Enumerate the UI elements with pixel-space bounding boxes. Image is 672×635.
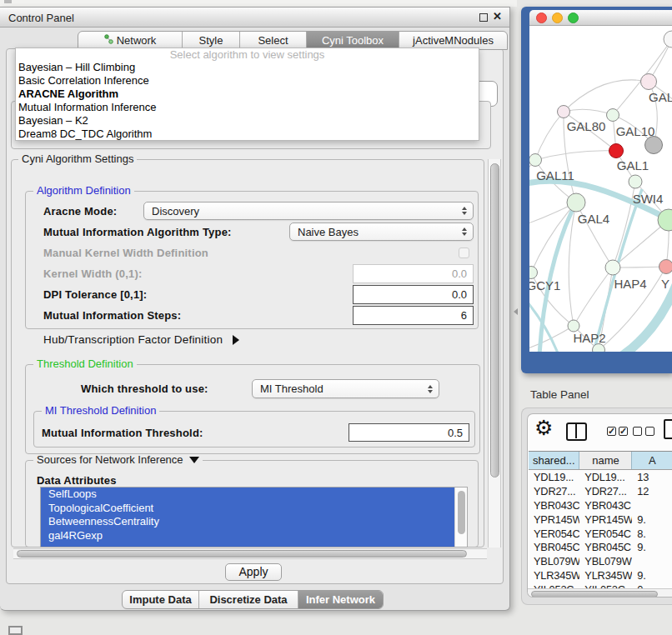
table-row[interactable]: YBR043CYBR043C	[529, 498, 672, 512]
network-node-y[interactable]	[659, 260, 672, 274]
column-header-shared[interactable]: shared...	[529, 452, 579, 469]
column-header-a[interactable]: A	[632, 452, 672, 469]
gear-icon[interactable]: ⚙	[534, 416, 553, 440]
table-panel: ⚙ ✓ ✓ shared...nameA YDL19...YDL19...13Y…	[527, 413, 672, 598]
float-window-icon[interactable]	[479, 13, 488, 22]
dropdown-item-aracne-algorithm[interactable]: ARACNE Algorithm	[16, 88, 479, 101]
tab-jactivemnodules[interactable]: jActiveMNodules	[399, 32, 507, 49]
unchecked-checkbox-icon[interactable]	[633, 427, 642, 436]
dropdown-item-bayesian-k2[interactable]: Bayesian – K2	[16, 114, 479, 128]
network-node[interactable]	[664, 31, 672, 48]
network-node-gcy1[interactable]	[529, 267, 538, 279]
dropdown-item-bayesian-hill-climbing[interactable]: Bayesian – Hill Climbing	[16, 61, 479, 74]
network-node-hap4[interactable]	[605, 260, 620, 275]
attributes-list-scrollbar[interactable]	[454, 488, 467, 547]
settings-vscrollbar[interactable]	[488, 159, 501, 548]
sources-group-label[interactable]: Sources for Network Inference	[33, 454, 203, 466]
apply-button[interactable]: Apply	[225, 563, 282, 581]
which-threshold-select[interactable]: MI Threshold	[252, 379, 439, 398]
kernel-width-field[interactable]: 0.0	[353, 264, 474, 283]
aracne-mode-select[interactable]: Discovery	[143, 202, 474, 220]
tab-infer-network[interactable]: Infer Network	[298, 591, 383, 608]
network-node-label: HAP2	[573, 331, 605, 345]
table-cell: YPR145W	[529, 513, 579, 526]
table-row[interactable]: YER054CYER054C8.	[529, 527, 672, 541]
network-node-gal4[interactable]	[567, 193, 585, 212]
mi-steps-field[interactable]: 6	[353, 306, 474, 325]
attribute-item-gal4rgexp[interactable]: gal4RGexp	[41, 529, 456, 543]
network-node-label: GAL80	[567, 119, 606, 133]
mi-steps-label: Mutual Information Steps:	[43, 309, 181, 322]
table-row[interactable]: YDL19...YDL19...13	[529, 470, 672, 484]
network-node-label: GAL10	[616, 124, 655, 138]
unchecked-checkbox-icon[interactable]	[645, 427, 654, 436]
mi-threshold-field[interactable]: 0.5	[349, 423, 469, 442]
network-node-gal80[interactable]	[558, 106, 570, 118]
network-node-gal1[interactable]	[645, 137, 663, 154]
attribute-item-selfloops[interactable]: SelfLoops	[41, 488, 456, 502]
table-hscrollbar-thumb[interactable]	[531, 591, 658, 598]
table-row[interactable]: YBR045CYBR045C9.	[529, 540, 672, 554]
dropdown-item-mutual-information-inference[interactable]: Mutual Information Inference	[16, 101, 479, 114]
tab-impute-data[interactable]: Impute Data	[123, 591, 199, 608]
manual-kernel-width-checkbox[interactable]	[459, 248, 469, 258]
settings-hscrollbar[interactable]	[13, 548, 487, 559]
attribute-item-betweennesscentrality[interactable]: BetweennessCentrality	[41, 515, 456, 529]
zoom-window-icon[interactable]	[568, 12, 579, 23]
column-header-name[interactable]: name	[579, 452, 632, 469]
close-icon[interactable]: ✕	[493, 10, 502, 22]
network-node-label: HAP4	[614, 277, 646, 291]
attribute-item-topologicalcoefficient[interactable]: TopologicalCoefficient	[41, 502, 456, 516]
mini-table-icon[interactable]	[8, 626, 23, 635]
expand-right-icon[interactable]	[233, 335, 239, 345]
data-attributes-label: Data Attributes	[37, 474, 117, 487]
network-node-gal10[interactable]	[607, 109, 619, 122]
table-cell: YER054C	[529, 528, 579, 540]
network-edge	[535, 112, 564, 160]
network-node-swi4[interactable]	[629, 175, 642, 188]
table-cell: YDL19...	[529, 471, 579, 483]
table-row[interactable]: YPR145WYPR145W9.	[529, 512, 672, 527]
close-window-icon[interactable]	[536, 12, 547, 23]
network-node[interactable]	[609, 144, 624, 158]
network-canvas[interactable]: GAL8GAL80GAL10GAL1GAL11SWI4GAL4HAP4YGCY1…	[529, 26, 672, 352]
network-window-titlebar[interactable]	[529, 10, 672, 26]
checked-checkbox-icon[interactable]: ✓	[619, 427, 628, 436]
settings-vscrollbar-thumb[interactable]	[490, 163, 499, 478]
data-attributes-list[interactable]: SelfLoopsTopologicalCoefficientBetweenne…	[40, 487, 468, 548]
expand-down-icon[interactable]	[189, 457, 199, 463]
table-row[interactable]: YDR27...YDR27...12	[529, 484, 672, 498]
minimize-window-icon[interactable]	[552, 12, 563, 23]
network-node-hap2[interactable]	[568, 320, 579, 332]
table-row[interactable]: YLR345WYLR345W9.	[529, 568, 672, 582]
dpi-tolerance-field[interactable]: 0.0	[353, 285, 474, 304]
mi-algorithm-type-select[interactable]: Naive Bayes	[289, 222, 474, 241]
dropdown-hint: Select algorithm to view settings	[16, 48, 479, 61]
settings-hscrollbar-thumb[interactable]	[17, 550, 467, 558]
table-row[interactable]: YBL079WYBL079W	[529, 554, 672, 568]
bottom-tabs: Impute DataDiscretize DataInfer Network	[122, 590, 384, 609]
tab-cyni-toolbox[interactable]: Cyni Toolbox	[307, 32, 399, 49]
attributes-scrollbar-thumb[interactable]	[458, 491, 465, 534]
network-tab-icon	[104, 34, 117, 47]
hub-definition-toggle[interactable]: Hub/Transcription Factor Definition	[43, 333, 239, 346]
control-panel-titlebar[interactable]: Control Panel ✕	[0, 8, 509, 28]
table-hscrollbar[interactable]	[528, 588, 672, 598]
tab-network[interactable]: Network	[78, 32, 183, 49]
table-row[interactable]: YIL052CYIL052C0.	[529, 582, 672, 588]
table-cell: YBL079W	[529, 555, 579, 568]
tab-style[interactable]: Style	[183, 32, 240, 49]
tab-discretize-data[interactable]: Discretize Data	[199, 591, 298, 608]
table-header: shared...nameA	[529, 451, 672, 470]
tab-select[interactable]: Select	[240, 32, 307, 49]
dropdown-item-basic-correlation-inference[interactable]: Basic Correlation Inference	[16, 74, 479, 88]
table-cell: 9.	[632, 569, 672, 582]
checked-checkbox-icon[interactable]: ✓	[607, 427, 616, 436]
dropdown-item-dream8-dc-tdc-algorithm[interactable]: Dream8 DC_TDC Algorithm	[16, 128, 479, 141]
network-node-gal8[interactable]	[641, 74, 657, 90]
network-node-gal11[interactable]	[529, 154, 542, 167]
split-columns-icon[interactable]	[566, 422, 587, 441]
document-icon[interactable]	[664, 419, 672, 439]
aracne-mode-value: Discovery	[152, 205, 199, 218]
splitter-collapse-icon[interactable]	[514, 308, 518, 315]
